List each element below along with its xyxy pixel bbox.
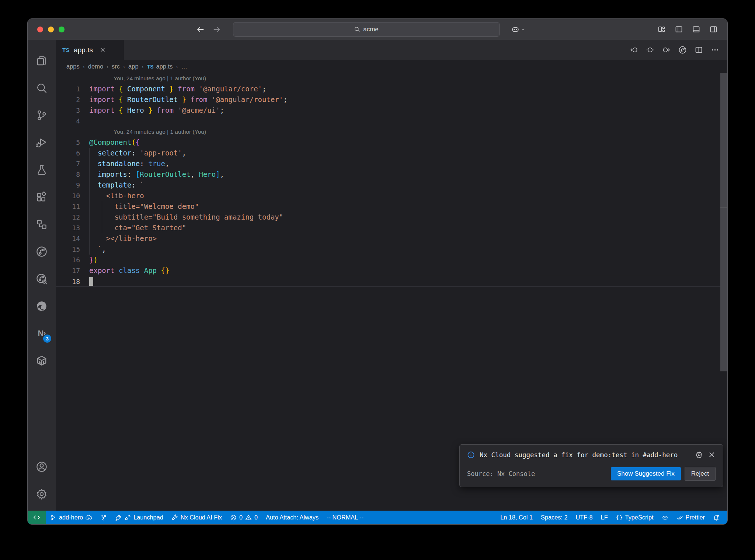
nav-forward-icon[interactable] — [662, 46, 671, 54]
status-nx-cloud-ai-fix[interactable]: Nx Cloud AI Fix — [167, 511, 226, 524]
nav-circle-icon[interactable] — [646, 46, 654, 54]
activity-run-debug[interactable] — [28, 129, 56, 156]
breadcrumb-separator: › — [107, 63, 108, 70]
status-text: LF — [601, 514, 608, 521]
minimize-window-button[interactable] — [48, 27, 54, 32]
info-icon — [467, 451, 475, 459]
show-suggested-fix-button[interactable]: Show Suggested Fix — [611, 467, 681, 480]
panel-bottom-icon[interactable] — [692, 25, 700, 34]
more-actions-icon[interactable] — [711, 46, 719, 54]
code-line-16[interactable]: 16}) — [56, 255, 727, 265]
status-notifications[interactable] — [709, 511, 724, 524]
notification-settings-icon[interactable] — [695, 451, 703, 459]
activity-explorer[interactable] — [28, 47, 56, 74]
code-line-15[interactable]: 15 `, — [56, 244, 727, 255]
status-bar-left: add-heroLaunchpadNx Cloud AI Fix00Auto A… — [46, 511, 368, 524]
status-gitlens[interactable] — [96, 511, 111, 524]
history-back-icon[interactable] — [196, 25, 205, 34]
reject-button[interactable]: Reject — [685, 467, 716, 481]
activity-testing[interactable] — [28, 156, 56, 183]
close-tab-icon[interactable] — [100, 47, 106, 53]
status-eol[interactable]: LF — [597, 511, 612, 524]
panel-left-icon[interactable] — [675, 25, 683, 34]
activity-containers[interactable] — [28, 347, 56, 374]
notification-toast: Nx Cloud suggested a fix for demo:test i… — [459, 444, 723, 487]
chevron-down-icon — [521, 27, 526, 32]
breadcrumb-item[interactable]: src — [112, 63, 120, 70]
gitlens-icon — [100, 514, 107, 521]
status-indentation[interactable]: Spaces: 2 — [537, 511, 571, 524]
status-vim-mode[interactable]: -- NORMAL -- — [323, 511, 368, 524]
activity-project-structure[interactable] — [28, 211, 56, 238]
status-problems[interactable]: 00 — [226, 511, 262, 524]
code-editor[interactable]: You, 24 minutes ago | 1 author (You)1imp… — [56, 73, 727, 511]
activity-commit-graph[interactable] — [28, 238, 56, 265]
breadcrumb-item[interactable]: demo — [88, 63, 103, 70]
activity-nx-console[interactable]: N›3 — [28, 320, 56, 347]
status-launchpad[interactable]: Launchpad — [111, 511, 167, 524]
code-line-6[interactable]: 6 selector: 'app-root', — [56, 148, 727, 158]
status-formatter[interactable]: Prettier — [672, 511, 709, 524]
breadcrumb-item[interactable]: apps — [66, 63, 80, 70]
check-double-icon — [676, 514, 683, 521]
status-text: Spaces: 2 — [541, 514, 567, 521]
breadcrumb-item[interactable]: … — [181, 63, 187, 70]
code-line-11[interactable]: 11 title="Welcmoe demo" — [56, 201, 727, 212]
run-graph-icon[interactable] — [678, 46, 687, 54]
tab-app-ts[interactable]: TS app.ts — [56, 40, 124, 60]
notification-close-icon[interactable] — [708, 451, 716, 459]
code-line-5[interactable]: 5@Component({ — [56, 137, 727, 148]
activity-settings[interactable] — [28, 480, 56, 508]
notification-message: Nx Cloud suggested a fix for demo:test i… — [480, 451, 690, 459]
remote-indicator[interactable] — [28, 511, 46, 524]
status-text: Ln 18, Col 1 — [500, 514, 533, 521]
copilot-menu[interactable] — [511, 25, 526, 34]
text-cursor — [89, 277, 93, 286]
code-line-7[interactable]: 7 standalone: true, — [56, 158, 727, 169]
copilot-icon — [662, 514, 668, 521]
status-cursor-position[interactable]: Ln 18, Col 1 — [496, 511, 537, 524]
command-center-search[interactable]: acme — [233, 22, 500, 37]
nav-back-icon[interactable] — [630, 46, 638, 54]
code-line-12[interactable]: 12 subtitle="Build something amazing tod… — [56, 212, 727, 223]
code-line-9[interactable]: 9 template: ` — [56, 180, 727, 190]
activity-edge-tools[interactable] — [28, 293, 56, 320]
status-text: 0 — [254, 514, 258, 521]
status-language[interactable]: TypeScript — [612, 511, 658, 524]
activity-source-control[interactable] — [28, 102, 56, 129]
activity-accounts[interactable] — [28, 453, 56, 480]
scrollbar-thumb[interactable] — [720, 73, 727, 371]
status-auto-attach[interactable]: Auto Attach: Always — [262, 511, 323, 524]
customize-layout-icon[interactable] — [657, 25, 666, 34]
panel-right-icon[interactable] — [709, 25, 718, 34]
git-blame-annotation: You, 24 minutes ago | 1 author (You) — [56, 126, 727, 137]
notification-source: Source: Nx Console — [467, 470, 611, 477]
activity-search[interactable] — [28, 74, 56, 102]
tab-label: app.ts — [74, 46, 93, 54]
code-line-1[interactable]: 1import { Component } from '@angular/cor… — [56, 84, 727, 94]
code-line-2[interactable]: 2import { RouterOutlet } from '@angular/… — [56, 94, 727, 105]
history-forward-icon[interactable] — [212, 25, 221, 34]
code-line-14[interactable]: 14 ></lib-hero> — [56, 233, 727, 244]
zoom-window-button[interactable] — [59, 27, 65, 32]
code-line-18[interactable]: 18 — [56, 276, 727, 287]
breadcrumb-item[interactable]: app — [128, 63, 139, 70]
warning-icon — [245, 514, 252, 521]
code-line-3[interactable]: 3import { Hero } from '@acme/ui'; — [56, 105, 727, 116]
split-editor-icon[interactable] — [695, 46, 703, 54]
status-git-branch[interactable]: add-hero — [46, 511, 96, 524]
code-line-10[interactable]: 10 <lib-hero — [56, 190, 727, 201]
code-line-13[interactable]: 13 cta="Get Started" — [56, 223, 727, 233]
code-line-4[interactable]: 4 — [56, 116, 727, 126]
nx-badge: 3 — [43, 335, 51, 343]
code-line-17[interactable]: 17export class App {} — [56, 265, 727, 276]
typescript-file-icon: TS — [62, 47, 69, 53]
close-window-button[interactable] — [37, 27, 43, 32]
status-copilot[interactable] — [658, 511, 672, 524]
code-line-8[interactable]: 8 imports: [RouterOutlet, Hero], — [56, 169, 727, 180]
status-encoding[interactable]: UTF-8 — [571, 511, 596, 524]
activity-extensions[interactable] — [28, 183, 56, 211]
activity-commit-graph-search[interactable] — [28, 265, 56, 293]
tab-strip: TS app.ts — [56, 40, 727, 60]
breadcrumb-item[interactable]: TSapp.ts — [147, 63, 173, 70]
